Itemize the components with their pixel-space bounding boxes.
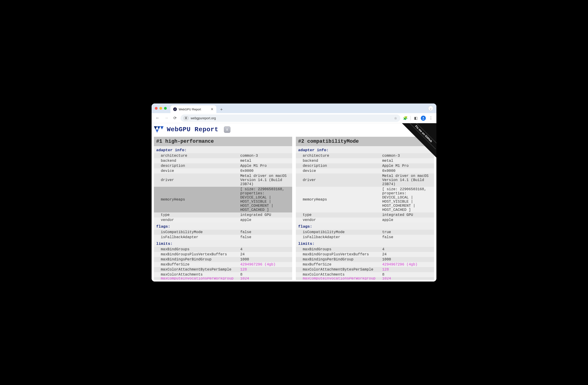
kv-value: 1024	[239, 277, 292, 280]
kv-value: 128	[381, 267, 434, 272]
kv-row: device0x0000	[296, 168, 434, 173]
kv-row: maxBindGroupsPlusVertexBuffers24	[154, 252, 292, 257]
kv-value: common-3	[239, 153, 292, 158]
sidepanel-icon[interactable]: ◧	[413, 116, 419, 120]
tab-strip: i WebGPU Report ✕ ＋ ⌄	[152, 103, 436, 113]
svg-marker-4	[160, 126, 164, 129]
toolbar-divider	[410, 116, 411, 120]
kv-row: maxComputeInvocationsPerWorkgroup1024	[296, 277, 434, 280]
kv-value: false	[381, 235, 434, 240]
tab-title: WebGPU Report	[179, 108, 201, 111]
kv-row: maxColorAttachmentBytesPerSample128	[296, 267, 434, 272]
kv-key: vendor	[154, 217, 239, 223]
kv-value: true	[381, 230, 434, 235]
browser-window: i WebGPU Report ✕ ＋ ⌄ ← → ⟳ ⚙ webgpurepo…	[152, 103, 436, 282]
kv-table: maxBindGroups4maxBindGroupsPlusVertexBuf…	[154, 247, 292, 280]
kv-row: maxColorAttachmentBytesPerSample128	[154, 267, 292, 272]
kv-key: maxBindingsPerBindGroup	[296, 257, 381, 262]
kv-key: device	[154, 168, 239, 173]
kv-key: device	[296, 168, 381, 173]
kebab-menu-icon[interactable]: ⋮	[428, 116, 434, 120]
kv-row: maxBufferSize4294967296 (4gb)	[154, 262, 292, 267]
svg-point-0	[423, 117, 424, 118]
kv-row: architecturecommon-3	[154, 153, 292, 158]
address-bar[interactable]: ⚙ webgpureport.org ☆	[181, 115, 400, 122]
kv-table: architecturecommon-3backendmetaldescript…	[154, 153, 292, 223]
kv-key: maxComputeInvocationsPerWorkgroup	[296, 277, 381, 280]
kv-value: integrated GPU	[381, 212, 434, 217]
reload-button[interactable]: ⟳	[172, 116, 178, 120]
kv-key: driver	[154, 173, 239, 187]
report-panel: #2 compatibilityModeadapter info:archite…	[296, 137, 434, 280]
panel-title: #1 high-performance	[154, 137, 292, 146]
kv-key: maxBindGroups	[154, 247, 239, 252]
page-header: WebGPU Report ⬇	[152, 123, 436, 137]
download-arrow-icon: ⬇	[226, 127, 228, 132]
kv-value: [ size: 22906503168, properties: DEVICE_…	[381, 187, 434, 212]
panels-container: #1 high-performanceadapter info:architec…	[152, 137, 436, 280]
kv-key: maxBufferSize	[296, 262, 381, 267]
kv-value: Apple M1 Pro	[381, 163, 434, 168]
kv-key: isFallbackAdapter	[296, 235, 381, 240]
kv-key: memoryHeaps	[154, 187, 239, 212]
profile-button[interactable]	[421, 116, 426, 121]
kv-value: 0x0000	[381, 168, 434, 173]
download-button[interactable]: ⬇	[224, 126, 230, 133]
kv-value: 1000	[239, 257, 292, 262]
extensions-icon[interactable]: 🧩	[403, 116, 408, 120]
kv-row: memoryHeaps[ size: 22906503168, properti…	[296, 187, 434, 212]
site-settings-icon[interactable]: ⚙	[184, 116, 188, 120]
kv-key: driver	[296, 173, 381, 187]
kv-row: device0x0000	[154, 168, 292, 173]
kv-value: false	[239, 230, 292, 235]
kv-key: maxComputeInvocationsPerWorkgroup	[154, 277, 239, 280]
kv-key: maxBindingsPerBindGroup	[154, 257, 239, 262]
minimize-window-button[interactable]	[159, 107, 162, 110]
kv-key: architecture	[296, 153, 381, 158]
tab-overflow-button[interactable]: ⌄	[428, 106, 433, 111]
kv-row: vendorapple	[154, 217, 292, 223]
kv-table: isCompatibilityModetrueisFallbackAdapter…	[296, 230, 434, 240]
kv-key: type	[154, 212, 239, 217]
kv-row: driverMetal driver on macOS Version 14.1…	[154, 173, 292, 187]
kv-table: isCompatibilityModefalseisFallbackAdapte…	[154, 230, 292, 240]
section-heading: limits:	[296, 240, 434, 247]
back-button[interactable]: ←	[154, 116, 161, 120]
report-panel: #1 high-performanceadapter info:architec…	[154, 137, 292, 280]
kv-key: maxColorAttachmentBytesPerSample	[154, 267, 239, 272]
close-window-button[interactable]	[155, 107, 158, 110]
close-tab-button[interactable]: ✕	[211, 107, 214, 111]
kv-key: maxColorAttachments	[296, 272, 381, 277]
forward-button[interactable]: →	[163, 116, 169, 120]
kv-key: backend	[296, 158, 381, 163]
kv-value: 128	[239, 267, 292, 272]
kv-value: 1024	[381, 277, 434, 280]
kv-key: vendor	[296, 217, 381, 223]
kv-key: isFallbackAdapter	[154, 235, 239, 240]
kv-value: metal	[239, 158, 292, 163]
kv-value: apple	[239, 217, 292, 223]
kv-value: 1000	[381, 257, 434, 262]
kv-row: isCompatibilityModetrue	[296, 230, 434, 235]
kv-key: maxBufferSize	[154, 262, 239, 267]
kv-value: false	[239, 235, 292, 240]
maximize-window-button[interactable]	[164, 107, 167, 110]
kv-key: maxBindGroupsPlusVertexBuffers	[154, 252, 239, 257]
browser-tab[interactable]: i WebGPU Report ✕	[170, 105, 216, 113]
kv-row: typeintegrated GPU	[296, 212, 434, 217]
section-heading: flags:	[296, 223, 434, 230]
kv-row: maxBindingsPerBindGroup1000	[296, 257, 434, 262]
bookmark-star-icon[interactable]: ☆	[394, 116, 397, 120]
kv-value: metal	[381, 158, 434, 163]
kv-row: maxColorAttachments8	[296, 272, 434, 277]
kv-row: maxBufferSize4294967296 (4gb)	[296, 262, 434, 267]
kv-value: 8	[381, 272, 434, 277]
new-tab-button[interactable]: ＋	[218, 106, 225, 113]
kv-row: isFallbackAdapterfalse	[296, 235, 434, 240]
svg-marker-1	[154, 126, 157, 129]
url-text: webgpureport.org	[191, 116, 216, 120]
kv-value: 8	[239, 272, 292, 277]
browser-toolbar: ← → ⟳ ⚙ webgpureport.org ☆ 🧩 ◧ ⋮	[152, 113, 436, 123]
kv-value: 4	[381, 247, 434, 252]
kv-row: descriptionApple M1 Pro	[296, 163, 434, 168]
